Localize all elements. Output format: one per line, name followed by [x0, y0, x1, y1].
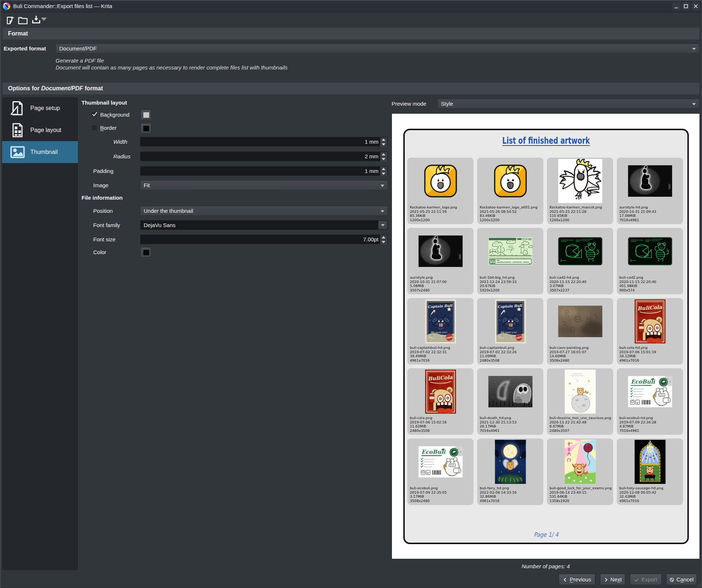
- thumbnail-cell: buli-1bit-big_hd.png2021-12-24 23:59:332…: [477, 228, 543, 294]
- thumbnail-cell: Kockatoo-karmen_logo.png2021-05-25 22:11…: [407, 158, 473, 224]
- spin-up-icon[interactable]: [380, 235, 387, 240]
- spin-up-icon[interactable]: [380, 152, 387, 157]
- meta-filesize: 20.67KiB: [480, 284, 542, 288]
- meta-filename: Kockatoo-karmen_logo.png: [410, 205, 472, 210]
- preview-mode-combo[interactable]: Style: [437, 99, 699, 109]
- preview-mode-value: Style: [441, 101, 453, 107]
- meta-dimensions: 4961x7016: [480, 499, 542, 503]
- border-color-swatch: [143, 126, 149, 131]
- font-family-label: Font family: [93, 220, 120, 230]
- meta-dimensions: 1200x1200: [480, 218, 542, 222]
- meta-filename: buli-cad2-hd.png: [550, 275, 612, 280]
- thumbnail-art-cad2: [628, 237, 672, 265]
- cancel-button[interactable]: Cancel: [666, 574, 697, 585]
- thumbnail-grid: Kockatoo-karmen_logo.png2021-05-25 22:11…: [407, 158, 683, 505]
- padding-spinbox[interactable]: 1 mm: [140, 166, 388, 176]
- thumbnail-meta: Kockatoo-karmen_mascot.png2021-05-25 22:…: [550, 205, 612, 222]
- sidebar-item-page-layout[interactable]: Page layout: [2, 119, 78, 141]
- meta-dimensions: 2480x3508: [480, 358, 542, 363]
- width-label: Width: [113, 137, 127, 147]
- meta-filesize: 11.09MiB: [480, 354, 542, 358]
- meta-filename: buli-cad2.png: [619, 275, 682, 280]
- meta-filename: buli-holy-sausage-hd.png: [619, 486, 682, 490]
- open-button[interactable]: [16, 14, 27, 25]
- font-family-dropdown[interactable]: [378, 221, 387, 229]
- thumbnail-meta: buli-ecobuli.png2019-07-09 22:35:053.17M…: [410, 486, 472, 503]
- thumbnail-cell: buli-death_hd.png2021-12-30 21:13:5326.1…: [477, 368, 543, 435]
- size-grip[interactable]: [697, 583, 701, 587]
- export-button[interactable]: Export: [630, 574, 662, 585]
- sidebar-item-page-setup[interactable]: Page setup: [2, 97, 78, 119]
- background-label: Background: [100, 110, 129, 120]
- thumbnail-art-ecobuli: EcoBuli: [418, 446, 463, 478]
- spin-down-icon[interactable]: [380, 142, 387, 147]
- meta-datetime: 2020-10-31 21:09:43: [619, 210, 682, 214]
- meta-datetime: 2020-11-15 22:20:40: [550, 280, 612, 284]
- titlebar: Buli Commander::Export files list — Krit…: [0, 0, 702, 12]
- page-setup-icon: [10, 101, 25, 116]
- next-button[interactable]: Next: [600, 574, 625, 585]
- spin-down-icon[interactable]: [380, 240, 387, 244]
- chevron-down-icon: [692, 103, 696, 105]
- page-title: List of finished artwork: [405, 136, 687, 146]
- spin-up-icon[interactable]: [380, 167, 387, 171]
- meta-filename: buli-cola.png: [410, 416, 472, 420]
- previous-button[interactable]: Previous: [559, 574, 595, 585]
- meta-filename: buli-good_luck_for_your_exams.png: [550, 486, 612, 490]
- thumbnail-meta: buli-ecobuli-hd.png2019-07-09 22:34:284.…: [619, 416, 682, 433]
- exported-format-combo[interactable]: Document/PDF: [56, 44, 699, 53]
- thumbnail-meta: buli-death_hd.png2021-12-30 21:13:5326.1…: [480, 416, 542, 433]
- format-section-header: Format: [3, 28, 699, 39]
- font-size-spinbox[interactable]: 7.00pt: [140, 234, 388, 244]
- meta-filesize: 32.43MiB: [619, 494, 682, 499]
- spin-buttons[interactable]: [380, 152, 387, 161]
- background-checkbox[interactable]: [91, 112, 97, 118]
- meta-filesize: 34.12MiB: [619, 354, 682, 358]
- meta-datetime: 2019-07-09 22:35:05: [410, 490, 472, 495]
- thumbnail-meta: buli-cave-painting.png2019-07-27 16:01:0…: [550, 346, 612, 362]
- meta-datetime: 2020-10-31 21:07:00: [410, 280, 472, 284]
- spin-buttons[interactable]: [380, 235, 387, 244]
- thumbnail-meta: Kockatoo-karmen_logo_alt01.png2021-05-26…: [480, 205, 542, 222]
- meta-filesize: 11.62MiB: [410, 424, 472, 429]
- image-combo[interactable]: Fit: [140, 180, 388, 190]
- width-spinbox[interactable]: 1 mm: [140, 137, 388, 147]
- thumbnail-meta: Kockatoo-karmen_logo.png2021-05-25 22:11…: [410, 205, 472, 222]
- meta-dimensions: 4961x7016: [619, 499, 682, 503]
- minimize-button[interactable]: [672, 2, 680, 10]
- meta-filename: buli-captainbuli.png: [480, 346, 542, 350]
- radius-value: 2 mm: [365, 152, 379, 161]
- meta-filename: buli-1bit-big_hd.png: [480, 275, 542, 280]
- border-color-button[interactable]: [141, 123, 151, 133]
- font-family-value: DejaVu Sans: [144, 220, 176, 230]
- position-label: Position: [93, 206, 113, 216]
- thumbnail-cell: EcoBuli: [407, 438, 473, 505]
- spin-buttons[interactable]: [380, 137, 387, 147]
- maximize-button[interactable]: [682, 2, 690, 10]
- spin-down-icon[interactable]: [380, 172, 387, 176]
- thumbnail-icon: [10, 144, 25, 160]
- meta-datetime: 2019-07-27 16:01:07: [550, 350, 612, 354]
- border-checkbox[interactable]: [91, 125, 97, 131]
- meta-filesize: 3.07MiB: [550, 284, 612, 288]
- position-combo[interactable]: Under the thumbnail: [140, 206, 388, 216]
- spin-down-icon[interactable]: [380, 157, 387, 161]
- thumbnail-cell: Kockatoo-karmen_mascot.png2021-05-25 22:…: [547, 158, 613, 224]
- thumbnail-art-kockatoo-logo: [424, 164, 457, 198]
- sidebar-item-thumbnail[interactable]: Thumbnail: [2, 141, 78, 163]
- font-color-button[interactable]: [141, 247, 151, 257]
- close-button[interactable]: [692, 2, 700, 10]
- spin-up-icon[interactable]: [380, 137, 387, 142]
- thumbnail-art-auristyle: [418, 235, 463, 267]
- meta-filename: buli-dessine_moi_une_saucisse.png: [550, 416, 612, 420]
- meta-dimensions: 1200x1200: [550, 218, 612, 222]
- background-color-button[interactable]: [141, 110, 151, 120]
- save-dropdown-arrow-icon[interactable]: [41, 18, 47, 21]
- meta-filesize: 401.98KiB: [619, 284, 682, 288]
- save-button[interactable]: [30, 14, 41, 25]
- radius-spinbox[interactable]: 2 mm: [140, 151, 388, 161]
- spin-buttons[interactable]: [380, 167, 387, 176]
- border-label: Border: [100, 123, 117, 133]
- font-family-combo[interactable]: DejaVu Sans: [140, 220, 388, 230]
- new-list-button[interactable]: [4, 14, 15, 25]
